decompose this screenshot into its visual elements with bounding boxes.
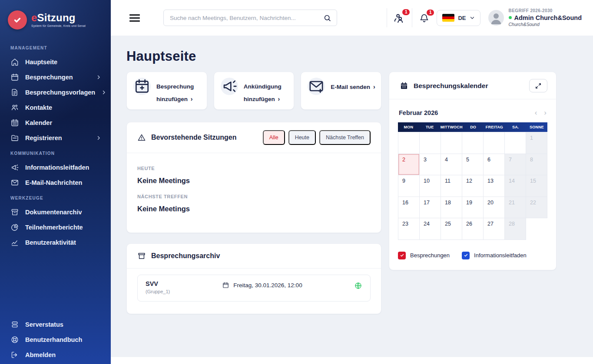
calendar-day[interactable]: 12 [462, 175, 484, 197]
calendar-day[interactable] [462, 132, 484, 154]
entry-datetime: Freitag, 30.01.2026, 12:00 [222, 280, 302, 289]
chevron-right-icon: › [276, 95, 280, 102]
prev-month-button[interactable]: ‹ [535, 109, 537, 116]
calendar-day[interactable] [484, 132, 505, 154]
users-online-button[interactable]: 1 [394, 12, 405, 24]
calendar-day[interactable]: 8 [526, 154, 547, 176]
calendar-day[interactable]: 23 [398, 218, 420, 240]
sidebar-item-teilnehmerberichte[interactable]: Teilnehmerberichte [0, 220, 111, 235]
template-icon [10, 88, 19, 97]
calendar-day[interactable] [505, 132, 526, 154]
sidebar-item-abmelden[interactable]: Abmelden [0, 347, 111, 362]
calendar-day[interactable]: 26 [462, 218, 484, 240]
sidebar-item-label: E-Mail-Nachrichten [25, 179, 82, 186]
calendar-plus-icon [133, 78, 151, 95]
user-info: BEGRIFF 2026-2030 Admin Church&Sound Chu… [509, 8, 582, 27]
sidebar-item-benutzeraktivität[interactable]: Benutzeraktivität [0, 235, 111, 250]
calendar-weekday-header: MONTUEMITTWOCHDOFREITAGSA.SONNE [398, 122, 547, 132]
sidebar-item-besprechungen[interactable]: Besprechungen [0, 69, 111, 85]
calendar-day[interactable]: 10 [420, 175, 441, 197]
pie-icon [10, 223, 19, 232]
search-input[interactable] [170, 15, 323, 21]
app-logo: eSitzung System für Gemeinde, Kreis und … [0, 7, 111, 40]
footer-strip [111, 357, 593, 364]
avatar[interactable] [488, 10, 504, 26]
content-area: Hauptseite Besprechung hinzufügen ›Ankün… [111, 36, 593, 357]
archive-entry[interactable]: SVV(Gruppe_1)Freitag, 30.01.2026, 12:00 [137, 275, 371, 302]
calendar-day[interactable]: 28 [505, 218, 526, 240]
calendar-day[interactable]: 15 [526, 175, 547, 197]
sidebar-item-dokumentenarchiv[interactable]: Dokumentenarchiv [0, 204, 111, 220]
calendar-day[interactable]: 1 [526, 132, 547, 154]
sidebar-item-benutzerhandbuch[interactable]: Benutzerhandbuch [0, 332, 111, 347]
sidebar-item-registrieren[interactable]: Registrieren [0, 130, 111, 145]
quick-action-label: Besprechung hinzufügen › [156, 78, 202, 105]
sidebar-item-label: Abmelden [25, 351, 56, 358]
quick-action-megaphone-plus[interactable]: Ankündigung hinzufügen › [214, 72, 295, 110]
quick-action-calendar-plus[interactable]: Besprechung hinzufügen › [126, 72, 207, 110]
archive-title: Besprechungsarchiv [151, 252, 220, 260]
menu-toggle-button[interactable] [129, 13, 140, 23]
calendar-day[interactable]: 19 [462, 197, 484, 219]
sidebar-footer-nav: ServerstatusBenutzerhandbuchAbmelden [0, 317, 111, 364]
calendar-day[interactable] [398, 132, 420, 154]
calendar-day[interactable]: 4 [441, 154, 462, 176]
expand-calendar-button[interactable] [529, 79, 547, 92]
calendar-day[interactable]: 16 [398, 197, 420, 219]
calendar-day[interactable]: 14 [505, 175, 526, 197]
filter-chip-nächste-treffen[interactable]: Nächste Treffen [319, 130, 371, 145]
legend-checkbox-infoguide[interactable] [462, 252, 470, 259]
sidebar-item-informationsleitfaden[interactable]: Informationsleitfaden [0, 160, 111, 175]
filter-chip-heute[interactable]: Heute [288, 130, 316, 145]
calendar-day[interactable]: 25 [441, 218, 462, 240]
sidebar-item-hauptseite[interactable]: Hauptseite [0, 54, 111, 69]
calendar-icon [222, 282, 229, 289]
calendar-day [526, 218, 547, 240]
calendar-day[interactable]: 7 [505, 154, 526, 176]
calendar-day[interactable]: 18 [441, 197, 462, 219]
meeting-calendar-card: Besprechungskalender Februar 2026 ‹ › [389, 72, 557, 270]
upcoming-filters: AlleHeuteNächste Treffen [263, 130, 371, 145]
warning-icon [137, 133, 146, 142]
sidebar-item-label: Serverstatus [25, 321, 63, 328]
calendar-icon [10, 73, 19, 82]
logo-check-icon [8, 10, 27, 30]
calendar-day[interactable]: 9 [398, 175, 420, 197]
next-month-button[interactable]: › [544, 109, 547, 116]
calendar-day[interactable]: 22 [526, 197, 547, 219]
quick-action-mail-plus[interactable]: E-Mail senden › [301, 72, 381, 110]
calendar-day[interactable] [420, 132, 441, 154]
users-badge: 1 [402, 9, 410, 15]
calendar-day[interactable]: 17 [420, 197, 441, 219]
logout-icon [10, 351, 19, 359]
language-selector[interactable]: DE [437, 10, 480, 26]
notifications-button[interactable]: 1 [419, 13, 430, 23]
calendar-day[interactable] [441, 132, 462, 154]
calendar-day[interactable]: 21 [505, 197, 526, 219]
chevron-right-icon: › [371, 83, 375, 90]
calendar-day[interactable]: 20 [484, 197, 505, 219]
globe-icon [354, 280, 362, 289]
sidebar-item-kontakte[interactable]: Kontakte [0, 100, 111, 115]
sidebar-item-label: Hauptseite [25, 59, 57, 66]
weekday-header: MON [398, 122, 419, 132]
calendar-day-today[interactable]: 2 [398, 154, 420, 176]
sidebar-item-kalender[interactable]: Kalender [0, 115, 111, 130]
weekday-header: TUE [419, 122, 441, 132]
sidebar-item-e-mail-nachrichten[interactable]: E-Mail-Nachrichten [0, 175, 111, 190]
calendar-day[interactable]: 5 [462, 154, 484, 176]
sidebar-item-serverstatus[interactable]: Serverstatus [0, 317, 111, 332]
sidebar-nav: MANAGEMENTHauptseiteBesprechungenBesprec… [0, 40, 111, 250]
sidebar-item-besprechungsvorlagen[interactable]: Besprechungsvorlagen [0, 85, 111, 100]
filter-chip-alle[interactable]: Alle [263, 130, 285, 145]
calendar-day[interactable]: 24 [420, 218, 441, 240]
group-value: Keine Meetings [137, 205, 371, 213]
calendar-day[interactable]: 6 [484, 154, 505, 176]
calendar-day[interactable]: 27 [484, 218, 505, 240]
calendar-day[interactable]: 11 [441, 175, 462, 197]
calendar-day[interactable]: 3 [420, 154, 441, 176]
search-icon[interactable] [323, 14, 331, 22]
legend-checkbox-meetings[interactable] [398, 252, 406, 259]
calendar-day[interactable]: 13 [484, 175, 505, 197]
legend-item: Informationsleitfaden [462, 252, 527, 259]
